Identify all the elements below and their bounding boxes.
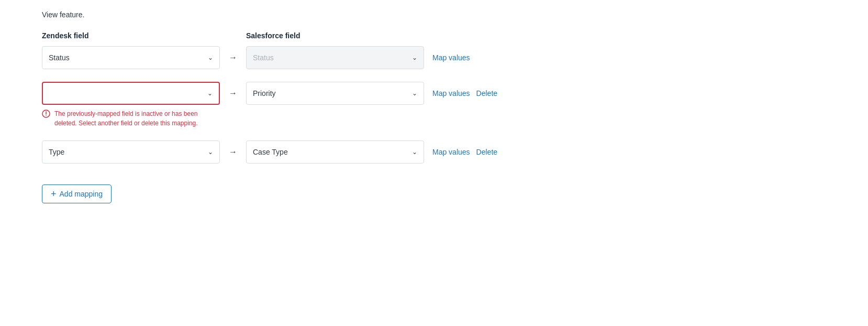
add-mapping-button[interactable]: + Add mapping: [42, 184, 112, 203]
salesforce-field-value-status: Status: [253, 53, 274, 62]
arrow-connector-status: →: [220, 46, 246, 69]
map-values-button-priority[interactable]: Map values: [432, 89, 470, 97]
salesforce-column-header: Salesforce field: [246, 31, 424, 40]
action-links-priority: Map values Delete: [432, 82, 497, 105]
action-links-status: Map values: [432, 46, 470, 69]
salesforce-field-select-type[interactable]: Case Type ⌄: [246, 140, 424, 164]
zendesk-field-select-status[interactable]: Status ⌄: [42, 46, 220, 69]
arrow-connector-type: →: [220, 140, 246, 164]
zendesk-field-value-type: Type: [49, 148, 64, 156]
error-circle-icon: [42, 110, 50, 120]
map-values-button-type[interactable]: Map values: [432, 148, 470, 156]
arrow-connector-priority: →: [220, 82, 246, 105]
error-block-priority: The previously-mapped field is inactive …: [42, 109, 220, 128]
intro-text: View feature.: [42, 10, 826, 19]
plus-icon: +: [51, 189, 57, 199]
add-mapping-label: Add mapping: [60, 190, 103, 198]
chevron-down-icon-zendesk-type: ⌄: [208, 148, 213, 156]
chevron-down-icon-salesforce-type: ⌄: [412, 148, 417, 156]
error-message-priority: The previously-mapped field is inactive …: [54, 109, 220, 128]
delete-button-type[interactable]: Delete: [476, 148, 497, 156]
chevron-down-icon-salesforce-status: ⌄: [412, 54, 417, 61]
column-headers: Zendesk field Salesforce field: [42, 31, 826, 40]
delete-button-priority[interactable]: Delete: [476, 89, 497, 97]
mapping-row-status: Status ⌄ → Status ⌄ Map values: [42, 46, 826, 69]
salesforce-field-select-status[interactable]: Status ⌄: [246, 46, 424, 69]
zendesk-column-header: Zendesk field: [42, 31, 220, 40]
page-container: View feature. Zendesk field Salesforce f…: [0, 0, 868, 214]
salesforce-field-value-priority: Priority: [253, 89, 276, 97]
map-values-button-status[interactable]: Map values: [432, 53, 470, 62]
mapping-row-priority: ⌄ → Priority ⌄ Map values Delete The pre…: [42, 82, 826, 128]
chevron-down-icon-zendesk-status: ⌄: [208, 54, 213, 61]
salesforce-field-select-priority[interactable]: Priority ⌄: [246, 82, 424, 105]
chevron-down-icon-salesforce-priority: ⌄: [412, 90, 417, 97]
mapping-row-type: Type ⌄ → Case Type ⌄ Map values Delete: [42, 140, 826, 164]
zendesk-field-value-status: Status: [49, 53, 70, 62]
zendesk-field-select-type[interactable]: Type ⌄: [42, 140, 220, 164]
salesforce-field-value-type: Case Type: [253, 148, 288, 156]
action-links-type: Map values Delete: [432, 140, 497, 164]
chevron-down-icon-zendesk-priority: ⌄: [207, 90, 213, 97]
zendesk-field-select-priority[interactable]: ⌄: [42, 82, 220, 105]
svg-point-2: [46, 115, 47, 116]
